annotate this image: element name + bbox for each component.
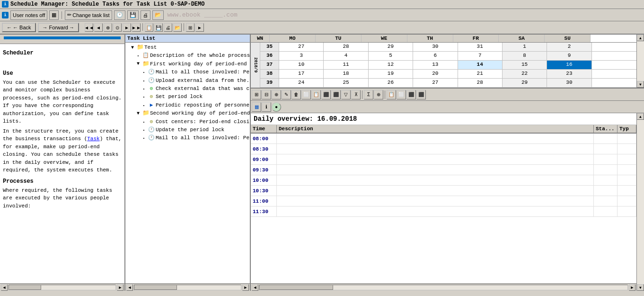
cal-we-35[interactable]: 29 [369,43,413,51]
nav-btn-1[interactable]: ◄◄ [85,23,93,32]
rt-btn-8[interactable]: ⬛ [321,90,331,99]
cal-fr-39[interactable]: 28 [458,79,503,87]
cal-tu-38[interactable]: 18 [324,70,368,78]
cal-su-38[interactable]: 23 [547,70,591,78]
daily-scroll-track-h[interactable] [259,285,628,290]
cal-scroll-up[interactable]: ▲ [637,35,644,41]
cal-sa-38[interactable]: 22 [503,70,547,78]
cal-fr-38[interactable]: 21 [458,70,503,78]
rt-btn-10[interactable]: ▽ [341,90,351,99]
nav-btn-10[interactable]: 📂 [173,23,182,32]
cal-wn-37[interactable]: 37 [260,61,279,69]
rt-btn-9[interactable]: ⬛ [331,90,341,99]
nav-btn-8[interactable]: 💾 [154,23,163,32]
change-task-list-button[interactable]: ✏ Change task list [65,10,112,20]
rt-btn-15[interactable]: ⬜ [397,90,406,99]
cal-fr-37[interactable]: 14 [458,61,503,69]
daily-row-0900[interactable]: 09:00 [251,154,636,165]
cal-sa-37[interactable]: 15 [503,61,547,69]
rt-btn-3[interactable]: ⊕ [272,90,281,99]
nav-btn-2[interactable]: ◄ [94,23,103,32]
rt-btn-14[interactable]: 📋 [387,90,396,99]
cal-th-37[interactable]: 13 [413,61,458,69]
nav-btn-5[interactable]: ► [123,23,131,32]
cal-th-39[interactable]: 27 [413,79,458,87]
schedule-button[interactable]: 🕐 [114,10,125,20]
cal-sa-35[interactable]: 1 [503,43,547,51]
cal-su-36[interactable]: 9 [547,52,591,60]
tree-item-mail2[interactable]: • 🕐 Mail to all those involved: Perio... [125,134,250,142]
cal-tu-36[interactable]: 4 [324,52,368,60]
cal-scroll-down[interactable]: ▼ [637,81,644,88]
tree-item-periodic[interactable]: • ▶ Periodic reposting of personne... [125,101,250,109]
rt-btn-17[interactable]: ⬛ [416,90,426,99]
cal-th-35[interactable]: 30 [413,43,458,51]
rt-btn-7[interactable]: 📋 [311,90,321,99]
middle-scroll-left[interactable]: ◄ [126,284,133,291]
tree-item-upload[interactable]: • 🕐 Upload external data from the... [125,77,250,85]
daily-scroll-left[interactable]: ◄ [252,284,258,291]
middle-scroll-track[interactable] [134,285,241,290]
print-button[interactable]: 🖨 [141,10,150,20]
daily-scroll-down[interactable]: ▼ [637,284,644,291]
scroll-left-btn[interactable]: ◄ [1,284,8,291]
daily-row-1130[interactable]: 11:30 [251,206,636,217]
cal-we-39[interactable]: 26 [369,79,413,87]
task-link[interactable]: Task [87,136,99,142]
cal-th-36[interactable]: 6 [413,52,458,60]
cal-mo-37[interactable]: 10 [279,61,324,69]
save-button[interactable]: 💾 [127,10,139,20]
folder2-button[interactable]: 📂 [152,10,164,20]
nav-btn-11[interactable]: ⊞ [186,23,194,32]
tree-item-first-working[interactable]: ▼ 📁 First working day of period-end clo.… [125,60,250,68]
daily-row-0800[interactable]: 08:00 [251,134,636,144]
tree-item-desc[interactable]: • 📋 Description of the whole process [125,52,250,60]
cal-tu-39[interactable]: 25 [324,79,368,87]
tree-item-check[interactable]: • ⊙ Check external data that was c... [125,85,250,93]
table-view-button[interactable]: ▦ [49,10,59,20]
nav-btn-4[interactable]: ⊙ [113,23,122,32]
middle-scroll-right[interactable]: ► [242,284,249,291]
cal-su-35[interactable]: 2 [547,43,591,51]
rt-btn-2[interactable]: ⊟ [262,90,271,99]
cal-wn-39[interactable]: 39 [260,79,279,87]
daily-row-0930[interactable]: 09:30 [251,165,636,175]
daily-row-1000[interactable]: 10:00 [251,175,636,186]
expand-second-icon[interactable]: ▼ [135,110,141,117]
cal-tu-37[interactable]: 11 [324,61,368,69]
back-button[interactable]: ← ← Back [2,23,36,32]
daily-scroll-up[interactable]: ▲ [637,113,644,120]
cal-mo-36[interactable]: 3 [279,52,324,60]
cal-mo-35[interactable]: 27 [279,43,324,51]
daily-row-1100[interactable]: 11:00 [251,196,636,206]
tree-item-update-lock[interactable]: • 🕐 Update the period lock [125,126,250,134]
cal-fr-35[interactable]: 31 [458,43,503,51]
tree-item-mail1[interactable]: • 🕐 Mail to all those involved: Perio... [125,68,250,76]
daily-row-1030[interactable]: 10:30 [251,186,636,196]
tree-item-set-lock[interactable]: • ⊙ Set period lock [125,93,250,101]
cal-wn-36[interactable]: 36 [260,52,279,60]
tree-item-test[interactable]: ▼ 📁 Test [125,44,250,52]
rt-btn-6[interactable]: ⬜ [301,90,311,99]
rt-btn-4[interactable]: ✎ [282,90,291,99]
cal-we-37[interactable]: 12 [369,61,413,69]
tree-item-cost-centers[interactable]: • ⊙ Cost centers: Period-end closin... [125,118,250,126]
rt-btn-13[interactable]: ⊕ [374,90,383,99]
rt-btn-11[interactable]: ⊼ [351,90,361,99]
cal-sa-36[interactable]: 8 [503,52,547,60]
rt-btn-16[interactable]: ⬛ [406,90,416,99]
forward-button[interactable]: → Forward → [38,23,79,32]
nav-btn-9[interactable]: 🖨 [164,23,172,32]
cal-th-38[interactable]: 20 [413,70,458,78]
expand-test-icon[interactable]: ▼ [129,45,136,51]
cal-fr-36[interactable]: 7 [458,52,503,60]
cal-mo-38[interactable]: 17 [279,70,324,78]
rt-btn-12[interactable]: Σ [364,90,373,99]
cal-we-38[interactable]: 19 [369,70,413,78]
cal-su-39[interactable]: 30 [547,79,591,87]
scroll-track-h[interactable] [9,285,116,290]
cal-su-37[interactable]: 16 [547,61,591,69]
rt-btn-5[interactable]: 🗑 [291,90,301,99]
nav-btn-12[interactable]: ► [195,23,204,32]
scroll-right-btn[interactable]: ► [117,284,124,291]
